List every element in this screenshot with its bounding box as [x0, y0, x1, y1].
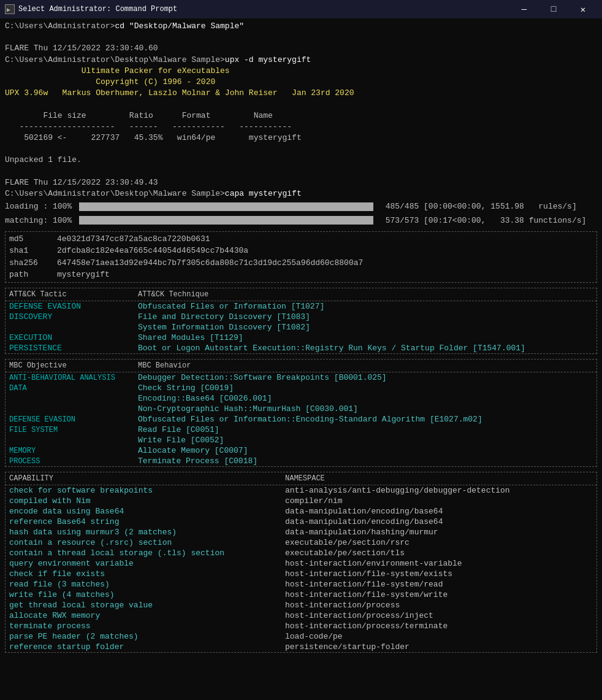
mbc-col1-header: MBC Objective	[9, 361, 138, 370]
cap-ns-4: data-manipulation/hashing/murmur	[285, 528, 593, 537]
sha1-key: sha1	[9, 245, 52, 257]
mbc-beh-3: Non-Cryptographic Hash::MurmurHash [C003…	[138, 404, 593, 413]
cap-ns-5: executable/pe/section/rsrc	[285, 538, 593, 547]
mbc-row-3: Non-Cryptographic Hash::MurmurHash [C003…	[6, 404, 596, 414]
mbc-beh-6: Write File [C0052]	[138, 436, 593, 445]
mbc-row-0: ANTI-BEHAVIORAL ANALYSIS Debugger Detect…	[6, 372, 596, 383]
mbc-obj-0: ANTI-BEHAVIORAL ANALYSIS	[9, 373, 138, 382]
titlebar: ▶ Select Administrator: Command Prompt —…	[0, 0, 602, 18]
cap-name-14: parse PE header (2 matches)	[9, 632, 285, 641]
cap-ns-14: load-code/pe	[285, 632, 593, 641]
timestamp2: FLARE Thu 12/15/2022 23:30:49.43	[5, 177, 597, 188]
attck-technique-1: File and Directory Discovery [T1083]	[138, 312, 593, 321]
mbc-beh-0: Debugger Detection::Software Breakpoints…	[138, 373, 593, 382]
cap-name-12: allocate RWX memory	[9, 611, 285, 620]
mbc-obj-2	[9, 394, 138, 403]
terminal-icon: ▶	[5, 4, 15, 14]
attck-technique-4: Boot or Logon Autostart Execution::Regis…	[138, 344, 593, 353]
mbc-row-7: MEMORY Allocate Memory [C0007]	[6, 445, 596, 456]
upx-line1: Ultimate Packer for eXecutables	[5, 66, 597, 77]
attck-col2-header: ATT&CK Technique	[138, 290, 593, 299]
md5-row: md5 4e0321d7347cc872a5ac8ca7220b0631	[9, 233, 593, 245]
cap-row-14: parse PE header (2 matches) load-code/pe	[6, 631, 596, 642]
md5-val: 4e0321d7347cc872a5ac8ca7220b0631	[57, 233, 210, 245]
attck-box: ATT&CK Tactic ATT&CK Technique DEFENSE E…	[5, 288, 597, 354]
mbc-row-6: Write File [C0052]	[6, 435, 596, 445]
matching-progress-bar	[79, 216, 373, 225]
upx-line2: Copyright (C) 1996 - 2020	[5, 77, 597, 88]
cmd-capa: C:\Users\Administrator\Desktop\Malware S…	[5, 188, 597, 199]
blank2	[5, 99, 597, 110]
cap-name-11: get thread local storage value	[9, 601, 285, 610]
capabilities-box: CAPABILITY NAMESPACE check for software …	[5, 472, 597, 653]
cap-row-8: check if file exists host-interaction/fi…	[6, 569, 596, 579]
hash-box: md5 4e0321d7347cc872a5ac8ca7220b0631 sha…	[5, 231, 597, 283]
mbc-col2-header: MBC Behavior	[138, 361, 593, 370]
cap-name-0: check for software breakpoints	[9, 486, 285, 495]
mbc-row-1: DATA Check String [C0019]	[6, 383, 596, 393]
file-header: File size Ratio Format Name	[5, 110, 597, 121]
cap-ns-12: host-interaction/process/inject	[285, 611, 593, 620]
cap-name-10: write file (4 matches)	[9, 590, 285, 599]
cap-ns-1: compiler/nim	[285, 496, 593, 506]
path-val: mysterygift	[57, 269, 110, 281]
cap-row-5: contain a resource (.rsrc) section execu…	[6, 537, 596, 548]
mbc-beh-8: Terminate Process [C0018]	[138, 456, 593, 466]
md5-key: md5	[9, 233, 52, 245]
cap-name-4: hash data using murmur3 (2 matches)	[9, 528, 285, 537]
cap-name-3: reference Base64 string	[9, 517, 285, 526]
mbc-obj-4: DEFENSE EVASION	[9, 415, 138, 424]
mbc-obj-7: MEMORY	[9, 446, 138, 455]
attck-technique-0: Obfuscated Files or Information [T1027]	[138, 302, 593, 311]
cap-row-0: check for software breakpoints anti-anal…	[6, 485, 596, 496]
attck-row-3: EXECUTION Shared Modules [T1129]	[6, 333, 596, 343]
attck-row-0: DEFENSE EVASION Obfuscated Files or Info…	[6, 301, 596, 312]
close-button[interactable]: ✕	[569, 0, 597, 18]
cap-ns-13: host-interaction/process/terminate	[285, 621, 593, 631]
attck-tactic-2	[9, 323, 138, 332]
attck-technique-2: System Information Discovery [T1082]	[138, 323, 593, 332]
cap-row-1: compiled with Nim compiler/nim	[6, 496, 596, 506]
blank3	[5, 144, 597, 155]
mbc-beh-2: Encoding::Base64 [C0026.001]	[138, 394, 593, 403]
path-row: path mysterygift	[9, 269, 593, 281]
mbc-beh-4: Obfuscated Files or Information::Encodin…	[138, 415, 593, 424]
cap-name-7: query environment variable	[9, 559, 285, 568]
cap-row-4: hash data using murmur3 (2 matches) data…	[6, 527, 596, 537]
mbc-row-5: FILE SYSTEM Read File [C0051]	[6, 425, 596, 435]
cap-ns-3: data-manipulation/encoding/base64	[285, 517, 593, 526]
loading-label: loading : 100%	[5, 202, 72, 211]
unpacked: Unpacked 1 file.	[5, 155, 597, 166]
cap-row-11: get thread local storage value host-inte…	[6, 600, 596, 610]
minimize-button[interactable]: —	[510, 0, 538, 18]
attck-row-2: System Information Discovery [T1082]	[6, 322, 596, 333]
maximize-button[interactable]: □	[539, 0, 568, 18]
cap-row-6: contain a thread local storage (.tls) se…	[6, 548, 596, 558]
mbc-beh-7: Allocate Memory [C0007]	[138, 446, 593, 455]
cap-name-9: read file (3 matches)	[9, 580, 285, 589]
cap-row-13: terminate process host-interaction/proce…	[6, 621, 596, 631]
cmd-cd: C:\Users\Administrator>cd "Desktop/Malwa…	[5, 21, 597, 32]
attck-tactic-4: PERSISTENCE	[9, 344, 138, 353]
cap-row-10: write file (4 matches) host-interaction/…	[6, 590, 596, 600]
cap-row-7: query environment variable host-interact…	[6, 558, 596, 569]
sha1-val: 2dfcba8c182e4ea7665c44054d46549cc7b4430a	[57, 245, 248, 257]
attck-tactic-0: DEFENSE EVASION	[9, 302, 138, 311]
sha256-key: sha256	[9, 257, 52, 269]
attck-row-1: DISCOVERY File and Directory Discovery […	[6, 312, 596, 322]
mbc-obj-6	[9, 436, 138, 445]
cap-ns-9: host-interaction/file-system/read	[285, 580, 593, 589]
sha256-row: sha256 647458e71aea13d92e944bc7b7f305c6d…	[9, 257, 593, 269]
titlebar-left: ▶ Select Administrator: Command Prompt	[5, 4, 177, 14]
loading-bar-row: loading : 100% 485/485 [00:00<00:00, 155…	[5, 201, 597, 213]
cap-col1-header: CAPABILITY	[9, 474, 285, 483]
attck-col1-header: ATT&CK Tactic	[9, 290, 138, 299]
cmd-upx: C:\Users\Administrator\Desktop\Malware S…	[5, 55, 597, 66]
cap-ns-2: data-manipulation/encoding/base64	[285, 507, 593, 516]
mbc-row-4: DEFENSE EVASION Obfuscated Files or Info…	[6, 414, 596, 425]
mbc-obj-5: FILE SYSTEM	[9, 425, 138, 434]
titlebar-controls: — □ ✕	[510, 0, 597, 18]
mbc-header: MBC Objective MBC Behavior	[6, 360, 596, 372]
cap-name-8: check if file exists	[9, 569, 285, 579]
sha1-row: sha1 2dfcba8c182e4ea7665c44054d46549cc7b…	[9, 245, 593, 257]
